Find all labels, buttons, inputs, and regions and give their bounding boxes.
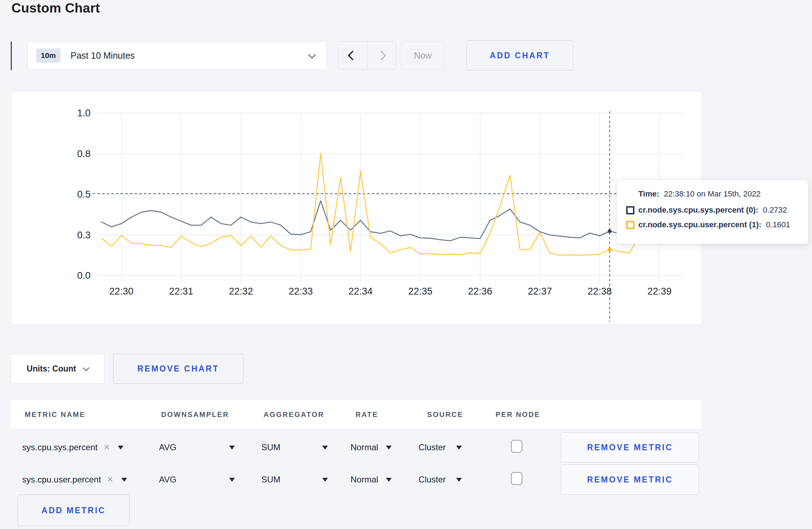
downsampler-select[interactable]: AVG [159, 475, 235, 485]
caret-down-icon[interactable] [121, 478, 127, 482]
rate-select[interactable]: Normal [351, 475, 392, 485]
now-button[interactable]: Now [401, 41, 445, 70]
time-range-badge: 10m [36, 48, 61, 63]
chevron-right-icon [376, 50, 386, 60]
hover-point-sys [608, 229, 612, 233]
x-axis-tick-label: 22:32 [229, 286, 253, 297]
tooltip-series-sys-value: 0.2732 [763, 205, 787, 215]
tooltip-series-user-label: cr.node.sys.cpu.user.percent (1): [638, 220, 762, 229]
series-sys-swatch-icon [626, 206, 634, 214]
x-axis-tick-label: 22:35 [408, 286, 432, 297]
y-axis-tick-label: 0.3 [77, 230, 91, 241]
time-range-dropdown[interactable]: 10m Past 10 Minutes [27, 41, 327, 70]
remove-metric-button[interactable]: REMOVE METRIC [561, 432, 699, 462]
add-chart-button[interactable]: ADD CHART [467, 40, 573, 71]
time-nav-group [338, 41, 396, 70]
x-axis-tick-label: 22:31 [169, 286, 193, 297]
downsampler-value: AVG [159, 475, 177, 485]
series-user-swatch-icon [626, 221, 634, 229]
x-axis-tick-label: 22:36 [468, 286, 492, 297]
tooltip-series-row: cr.node.sys.cpu.sys.percent (0): 0.2732 [626, 205, 801, 215]
per-node-checkbox[interactable] [511, 440, 522, 453]
caret-down-icon [456, 478, 462, 482]
col-header-source: SOURCE [427, 411, 463, 419]
downsampler-select[interactable]: AVG [159, 442, 235, 452]
col-header-rate: RATE [356, 411, 378, 419]
x-axis-tick-label: 22:33 [289, 286, 313, 297]
x-axis-tick-label: 22:30 [109, 286, 134, 297]
per-node-checkbox[interactable] [511, 472, 522, 485]
col-header-per-node: PER NODE [496, 411, 540, 419]
tooltip-time-value: 22:38:10 on Mar 15th, 2022 [664, 189, 760, 199]
add-metric-button[interactable]: ADD METRIC [18, 495, 130, 526]
aggregator-value: SUM [261, 442, 280, 452]
caret-down-icon [456, 446, 462, 450]
source-value: Cluster [419, 475, 446, 485]
y-axis-tick-label: 0.5 [77, 189, 91, 200]
clear-metric-x-icon[interactable]: ✕ [103, 443, 110, 452]
units-dropdown[interactable]: Units: Count [11, 354, 105, 384]
metrics-table-header: METRIC NAME DOWNSAMPLER AGGREGATOR RATE … [11, 400, 701, 429]
clear-metric-x-icon[interactable]: ✕ [107, 475, 113, 484]
rate-select[interactable]: Normal [351, 442, 392, 452]
aggregator-select[interactable]: SUM [261, 475, 328, 485]
caret-down-icon [229, 446, 235, 450]
chevron-down-icon [308, 51, 316, 58]
x-axis-tick-label: 22:38 [588, 286, 612, 297]
x-axis-tick-label: 22:34 [348, 286, 373, 297]
x-axis-tick-label: 22:37 [528, 286, 552, 297]
tooltip-series-user-value: 0.1601 [766, 220, 790, 229]
timeseries-chart[interactable]: 0.00.30.50.81.022:3022:3122:3222:3322:34… [11, 91, 701, 324]
hover-point-user [608, 248, 612, 252]
rate-value: Normal [351, 475, 378, 485]
caret-down-icon [322, 478, 328, 482]
rate-value: Normal [351, 442, 378, 452]
metric-name-value: sys.cpu.user.percent [22, 475, 101, 485]
source-select[interactable]: Cluster [419, 475, 462, 485]
tooltip-series-sys-label: cr.node.sys.cpu.sys.percent (0): [638, 205, 758, 215]
prev-range-button[interactable] [338, 42, 367, 69]
toolbar-divider [11, 42, 12, 70]
chart-tooltip: Time: 22:38:10 on Mar 15th, 2022 cr.node… [617, 180, 808, 244]
metric-name-value: sys.cpu.sys.percent [22, 442, 98, 452]
y-axis-tick-label: 0.8 [77, 149, 91, 159]
metric-name-select[interactable]: sys.cpu.sys.percent ✕ [22, 442, 124, 452]
metric-row: sys.cpu.sys.percent ✕ AVG SUM Normal Clu… [11, 431, 701, 464]
col-header-aggregator: AGGREGATOR [264, 411, 324, 419]
aggregator-value: SUM [261, 475, 280, 485]
x-axis-tick-label: 22:39 [647, 286, 672, 297]
metric-row: sys.cpu.user.percent ✕ AVG SUM Normal Cl… [11, 464, 701, 496]
chevron-left-icon [348, 50, 358, 60]
custom-chart-page: Custom Chart 10m Past 10 Minutes Now ADD… [0, 0, 812, 529]
remove-chart-button[interactable]: REMOVE CHART [113, 354, 243, 384]
remove-metric-button[interactable]: REMOVE METRIC [561, 465, 699, 495]
metric-name-select[interactable]: sys.cpu.user.percent ✕ [22, 475, 127, 485]
caret-down-icon [386, 446, 392, 450]
tooltip-time-row: Time: 22:38:10 on Mar 15th, 2022 [638, 189, 801, 199]
caret-down-icon [322, 446, 328, 450]
aggregator-select[interactable]: SUM [261, 442, 328, 452]
y-axis-tick-label: 0.0 [77, 270, 91, 281]
col-header-downsampler: DOWNSAMPLER [161, 411, 229, 419]
caret-down-icon[interactable] [118, 446, 124, 450]
series-line-user [101, 153, 670, 256]
caret-down-icon [229, 478, 235, 482]
y-axis-tick-label: 1.0 [77, 108, 91, 118]
chart-grid: 0.00.30.50.81.022:3022:3122:3222:3322:34… [77, 108, 683, 297]
units-label: Units: Count [27, 364, 76, 374]
caret-down-icon [386, 478, 392, 482]
tooltip-series-row: cr.node.sys.cpu.user.percent (1): 0.1601 [626, 220, 801, 229]
chevron-down-icon [83, 364, 90, 371]
page-title: Custom Chart [11, 1, 100, 16]
col-header-metric-name: METRIC NAME [25, 411, 86, 419]
next-range-button[interactable] [367, 42, 396, 69]
source-value: Cluster [419, 442, 446, 452]
source-select[interactable]: Cluster [419, 442, 462, 452]
chart-card: 0.00.30.50.81.022:3022:3122:3222:3322:34… [11, 91, 702, 325]
time-range-label: Past 10 Minutes [71, 50, 135, 61]
downsampler-value: AVG [159, 442, 177, 452]
tooltip-time-label: Time: [638, 189, 659, 199]
